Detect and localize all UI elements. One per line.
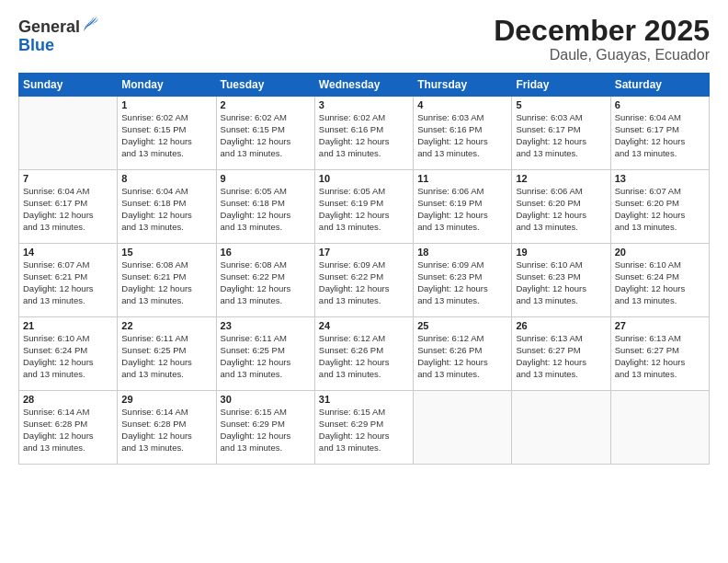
cell-date-number: 1 xyxy=(121,99,211,110)
cell-date-number: 31 xyxy=(319,394,409,405)
calendar-cell xyxy=(512,391,610,465)
calendar-cell: 2Sunrise: 6:02 AM Sunset: 6:15 PM Daylig… xyxy=(216,97,314,170)
calendar-cell: 17Sunrise: 6:09 AM Sunset: 6:22 PM Dayli… xyxy=(314,244,413,317)
cell-info-text: Sunrise: 6:03 AM Sunset: 6:16 PM Dayligh… xyxy=(417,112,507,159)
day-header-tuesday: Tuesday xyxy=(216,74,314,97)
cell-date-number: 11 xyxy=(417,173,507,184)
cell-info-text: Sunrise: 6:10 AM Sunset: 6:23 PM Dayligh… xyxy=(516,259,606,306)
calendar-cell xyxy=(610,391,709,465)
cell-info-text: Sunrise: 6:14 AM Sunset: 6:28 PM Dayligh… xyxy=(121,407,211,454)
cell-date-number: 16 xyxy=(221,247,311,258)
cell-date-number: 17 xyxy=(319,247,409,258)
calendar-cell: 30Sunrise: 6:15 AM Sunset: 6:29 PM Dayli… xyxy=(216,391,314,465)
calendar-subtitle: Daule, Guayas, Ecuador xyxy=(494,47,710,63)
calendar-week-row: 28Sunrise: 6:14 AM Sunset: 6:28 PM Dayli… xyxy=(19,391,710,465)
calendar-cell: 4Sunrise: 6:03 AM Sunset: 6:16 PM Daylig… xyxy=(414,97,512,170)
cell-date-number: 4 xyxy=(417,99,507,110)
calendar-cell: 23Sunrise: 6:11 AM Sunset: 6:25 PM Dayli… xyxy=(216,317,314,391)
cell-date-number: 18 xyxy=(417,247,507,258)
cell-info-text: Sunrise: 6:04 AM Sunset: 6:18 PM Dayligh… xyxy=(121,186,211,233)
calendar-week-row: 21Sunrise: 6:10 AM Sunset: 6:24 PM Dayli… xyxy=(19,317,710,391)
calendar-cell: 14Sunrise: 6:07 AM Sunset: 6:21 PM Dayli… xyxy=(19,244,118,317)
calendar-cell: 20Sunrise: 6:10 AM Sunset: 6:24 PM Dayli… xyxy=(610,244,709,317)
calendar-cell: 7Sunrise: 6:04 AM Sunset: 6:17 PM Daylig… xyxy=(19,170,118,244)
calendar-cell: 16Sunrise: 6:08 AM Sunset: 6:22 PM Dayli… xyxy=(216,244,314,317)
day-header-saturday: Saturday xyxy=(610,74,709,97)
cell-info-text: Sunrise: 6:09 AM Sunset: 6:23 PM Dayligh… xyxy=(417,259,507,306)
cell-info-text: Sunrise: 6:02 AM Sunset: 6:15 PM Dayligh… xyxy=(221,112,311,159)
cell-info-text: Sunrise: 6:07 AM Sunset: 6:20 PM Dayligh… xyxy=(615,186,705,233)
calendar-cell: 31Sunrise: 6:15 AM Sunset: 6:29 PM Dayli… xyxy=(314,391,413,465)
calendar-week-row: 7Sunrise: 6:04 AM Sunset: 6:17 PM Daylig… xyxy=(19,170,710,244)
cell-info-text: Sunrise: 6:10 AM Sunset: 6:24 PM Dayligh… xyxy=(23,333,113,380)
cell-date-number: 3 xyxy=(319,99,409,110)
cell-info-text: Sunrise: 6:07 AM Sunset: 6:21 PM Dayligh… xyxy=(23,259,113,306)
cell-date-number: 14 xyxy=(23,247,113,258)
calendar-cell: 9Sunrise: 6:05 AM Sunset: 6:18 PM Daylig… xyxy=(216,170,314,244)
day-header-thursday: Thursday xyxy=(414,74,512,97)
calendar-cell: 21Sunrise: 6:10 AM Sunset: 6:24 PM Dayli… xyxy=(19,317,118,391)
calendar-table: SundayMondayTuesdayWednesdayThursdayFrid… xyxy=(18,73,710,465)
logo-bird-icon xyxy=(82,17,98,37)
calendar-title: December 2025 xyxy=(494,15,710,47)
cell-info-text: Sunrise: 6:03 AM Sunset: 6:17 PM Dayligh… xyxy=(516,112,606,159)
cell-info-text: Sunrise: 6:11 AM Sunset: 6:25 PM Dayligh… xyxy=(121,333,211,380)
cell-date-number: 28 xyxy=(23,394,113,405)
calendar-cell: 8Sunrise: 6:04 AM Sunset: 6:18 PM Daylig… xyxy=(118,170,216,244)
calendar-header-row: SundayMondayTuesdayWednesdayThursdayFrid… xyxy=(19,74,710,97)
cell-info-text: Sunrise: 6:06 AM Sunset: 6:20 PM Dayligh… xyxy=(516,186,606,233)
cell-info-text: Sunrise: 6:09 AM Sunset: 6:22 PM Dayligh… xyxy=(319,259,409,306)
calendar-cell xyxy=(414,391,512,465)
cell-date-number: 19 xyxy=(516,247,606,258)
cell-date-number: 21 xyxy=(23,320,113,331)
cell-date-number: 26 xyxy=(516,320,606,331)
cell-info-text: Sunrise: 6:12 AM Sunset: 6:26 PM Dayligh… xyxy=(319,333,409,380)
cell-date-number: 10 xyxy=(319,173,409,184)
cell-info-text: Sunrise: 6:12 AM Sunset: 6:26 PM Dayligh… xyxy=(417,333,507,380)
calendar-cell: 27Sunrise: 6:13 AM Sunset: 6:27 PM Dayli… xyxy=(610,317,709,391)
logo-general-text: General xyxy=(18,18,80,37)
cell-date-number: 2 xyxy=(221,99,311,110)
cell-info-text: Sunrise: 6:04 AM Sunset: 6:17 PM Dayligh… xyxy=(615,112,705,159)
page: General Blue December 2025 Daule, Guayas… xyxy=(0,0,728,563)
calendar-cell: 29Sunrise: 6:14 AM Sunset: 6:28 PM Dayli… xyxy=(118,391,216,465)
cell-info-text: Sunrise: 6:08 AM Sunset: 6:22 PM Dayligh… xyxy=(221,259,311,306)
cell-date-number: 9 xyxy=(221,173,311,184)
cell-info-text: Sunrise: 6:10 AM Sunset: 6:24 PM Dayligh… xyxy=(615,259,705,306)
cell-info-text: Sunrise: 6:08 AM Sunset: 6:21 PM Dayligh… xyxy=(121,259,211,306)
cell-info-text: Sunrise: 6:13 AM Sunset: 6:27 PM Dayligh… xyxy=(615,333,705,380)
day-header-monday: Monday xyxy=(118,74,216,97)
calendar-cell: 11Sunrise: 6:06 AM Sunset: 6:19 PM Dayli… xyxy=(414,170,512,244)
cell-info-text: Sunrise: 6:15 AM Sunset: 6:29 PM Dayligh… xyxy=(221,407,311,454)
calendar-cell: 22Sunrise: 6:11 AM Sunset: 6:25 PM Dayli… xyxy=(118,317,216,391)
day-header-friday: Friday xyxy=(512,74,610,97)
day-header-sunday: Sunday xyxy=(19,74,118,97)
cell-date-number: 29 xyxy=(121,394,211,405)
calendar-cell: 10Sunrise: 6:05 AM Sunset: 6:19 PM Dayli… xyxy=(314,170,413,244)
cell-info-text: Sunrise: 6:15 AM Sunset: 6:29 PM Dayligh… xyxy=(319,407,409,454)
cell-info-text: Sunrise: 6:14 AM Sunset: 6:28 PM Dayligh… xyxy=(23,407,113,454)
calendar-cell xyxy=(19,97,118,170)
calendar-cell: 12Sunrise: 6:06 AM Sunset: 6:20 PM Dayli… xyxy=(512,170,610,244)
calendar-cell: 15Sunrise: 6:08 AM Sunset: 6:21 PM Dayli… xyxy=(118,244,216,317)
cell-info-text: Sunrise: 6:06 AM Sunset: 6:19 PM Dayligh… xyxy=(417,186,507,233)
cell-info-text: Sunrise: 6:02 AM Sunset: 6:15 PM Dayligh… xyxy=(121,112,211,159)
calendar-cell: 24Sunrise: 6:12 AM Sunset: 6:26 PM Dayli… xyxy=(314,317,413,391)
cell-date-number: 8 xyxy=(121,173,211,184)
calendar-week-row: 14Sunrise: 6:07 AM Sunset: 6:21 PM Dayli… xyxy=(19,244,710,317)
logo-blue-text: Blue xyxy=(18,36,54,54)
cell-info-text: Sunrise: 6:05 AM Sunset: 6:18 PM Dayligh… xyxy=(221,186,311,233)
calendar-cell: 3Sunrise: 6:02 AM Sunset: 6:16 PM Daylig… xyxy=(314,97,413,170)
cell-info-text: Sunrise: 6:11 AM Sunset: 6:25 PM Dayligh… xyxy=(221,333,311,380)
cell-info-text: Sunrise: 6:02 AM Sunset: 6:16 PM Dayligh… xyxy=(319,112,409,159)
calendar-cell: 26Sunrise: 6:13 AM Sunset: 6:27 PM Dayli… xyxy=(512,317,610,391)
cell-date-number: 22 xyxy=(121,320,211,331)
day-header-wednesday: Wednesday xyxy=(314,74,413,97)
cell-date-number: 24 xyxy=(319,320,409,331)
calendar-cell: 19Sunrise: 6:10 AM Sunset: 6:23 PM Dayli… xyxy=(512,244,610,317)
cell-date-number: 7 xyxy=(23,173,113,184)
calendar-cell: 13Sunrise: 6:07 AM Sunset: 6:20 PM Dayli… xyxy=(610,170,709,244)
cell-date-number: 27 xyxy=(615,320,705,331)
cell-date-number: 13 xyxy=(615,173,705,184)
cell-date-number: 6 xyxy=(615,99,705,110)
